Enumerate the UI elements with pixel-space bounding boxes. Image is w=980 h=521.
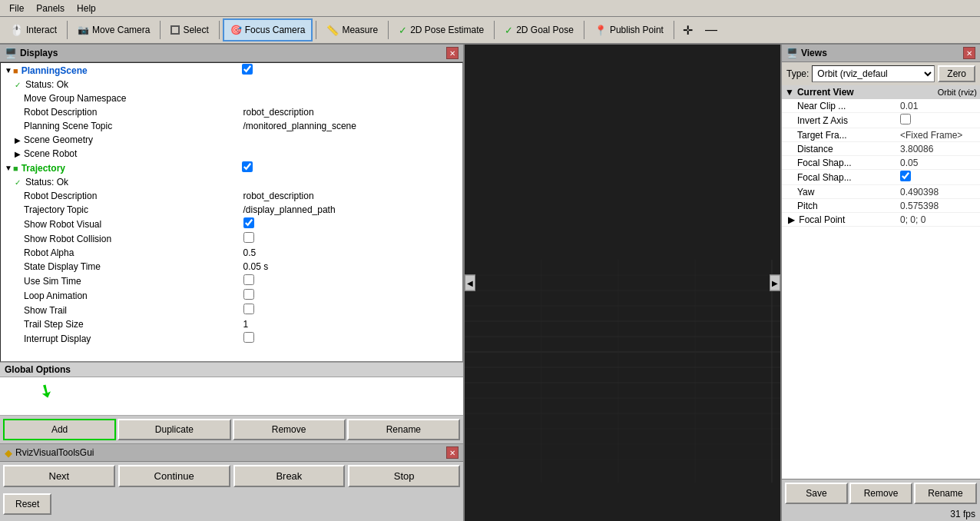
left-collapse-arrow[interactable]: ◀ bbox=[465, 275, 475, 291]
loop-animation-checkbox[interactable] bbox=[243, 289, 254, 300]
select-box-icon bbox=[171, 25, 180, 35]
views-remove-button[interactable]: Remove bbox=[849, 483, 912, 504]
fps-display: 31 fps bbox=[782, 507, 980, 521]
show-robot-visual-label: Show Robot Visual bbox=[22, 219, 243, 230]
next-button[interactable]: Next bbox=[3, 465, 115, 487]
interact-label: Interact bbox=[26, 25, 57, 35]
planning-scene-checkbox[interactable] bbox=[242, 64, 253, 75]
menu-help[interactable]: Help bbox=[71, 2, 102, 15]
interrupt-display-checkbox[interactable] bbox=[243, 332, 254, 343]
traj-topic-label: Trajectory Topic bbox=[22, 204, 243, 215]
views-rename-button[interactable]: Rename bbox=[914, 483, 977, 504]
scene-robot-row[interactable]: ▶ Scene Robot bbox=[1, 147, 462, 161]
rviz-tools-icon: ◆ bbox=[5, 447, 12, 459]
current-view-expand: ▼ bbox=[785, 87, 794, 98]
distance-label: Distance bbox=[785, 144, 900, 154]
focal-point-expand[interactable]: ▶ bbox=[788, 214, 795, 225]
views-properties: ▼ Current View Orbit (rviz) Near Clip ..… bbox=[782, 85, 980, 479]
goal-pose-button[interactable]: ✓ 2D Goal Pose bbox=[498, 18, 581, 41]
move-group-ns-label: Move Group Namespace bbox=[22, 93, 243, 104]
separator-3 bbox=[219, 21, 220, 39]
break-button[interactable]: Break bbox=[233, 465, 346, 487]
views-save-button[interactable]: Save bbox=[785, 483, 848, 504]
scene-robot-expand[interactable]: ▶ bbox=[13, 150, 22, 158]
focal-point-row[interactable]: ▶ Focal Point 0; 0; 0 bbox=[782, 213, 980, 227]
trajectory-expand[interactable]: ▼ bbox=[4, 164, 13, 172]
displays-panel-header: 🖥️ Displays ✕ bbox=[0, 45, 463, 62]
stop-button[interactable]: Stop bbox=[348, 465, 460, 487]
separator-4 bbox=[316, 21, 316, 39]
show-trail-row: Show Trail bbox=[1, 303, 462, 317]
camera-icon: 📷 bbox=[78, 25, 89, 35]
plus-button[interactable]: ✛ bbox=[677, 18, 698, 41]
ps-topic-value: /monitored_planning_scene bbox=[243, 121, 463, 131]
views-icon: 🖥️ bbox=[786, 48, 798, 58]
current-view-header[interactable]: ▼ Current View Orbit (rviz) bbox=[782, 85, 980, 99]
publish-point-button[interactable]: 📍 Publish Point bbox=[588, 18, 670, 41]
rename-button[interactable]: Rename bbox=[347, 419, 460, 440]
use-sim-time-checkbox[interactable] bbox=[243, 274, 254, 285]
robot-alpha-value: 0.5 bbox=[243, 247, 463, 258]
minus-button[interactable]: — bbox=[700, 18, 723, 41]
planning-scene-expand[interactable]: ▼ bbox=[4, 66, 13, 75]
continue-button[interactable]: Continue bbox=[118, 465, 230, 487]
right-collapse-arrow[interactable]: ▶ bbox=[770, 275, 780, 291]
displays-button-row: Add Duplicate Remove Rename bbox=[0, 416, 463, 443]
displays-tree[interactable]: ▼ ■ PlanningScene ✓ Status: Ok Move Grou… bbox=[0, 62, 463, 362]
pitch-row: Pitch 0.575398 bbox=[782, 199, 980, 213]
scene-geometry-row[interactable]: ▶ Scene Geometry bbox=[1, 133, 462, 147]
remove-button[interactable]: Remove bbox=[233, 419, 346, 440]
views-button-row: Save Remove Rename bbox=[782, 479, 980, 507]
scene-geometry-expand[interactable]: ▶ bbox=[13, 136, 22, 144]
loop-animation-label: Loop Animation bbox=[22, 290, 243, 301]
focal-shape1-label: Focal Shap... bbox=[785, 158, 900, 168]
views-close-button[interactable]: ✕ bbox=[963, 47, 975, 59]
show-robot-visual-checkbox[interactable] bbox=[243, 217, 254, 228]
pose-label: 2D Pose Estimate bbox=[410, 25, 484, 35]
trajectory-row[interactable]: ▼ ■ Trajectory bbox=[1, 161, 462, 175]
near-clip-row: Near Clip ... 0.01 bbox=[782, 99, 980, 113]
focus-camera-button[interactable]: 🎯 Focus Camera bbox=[223, 18, 313, 41]
focal-shape1-value: 0.05 bbox=[900, 158, 977, 168]
interact-button[interactable]: 🖱️ Interact bbox=[3, 18, 64, 41]
views-type-select[interactable]: Orbit (rviz_defaul bbox=[812, 65, 935, 82]
focal-shape2-row: Focal Shap... bbox=[782, 170, 980, 185]
focal-shape2-checkbox[interactable] bbox=[900, 171, 911, 181]
select-button[interactable]: Select bbox=[164, 18, 215, 41]
displays-close-button[interactable]: ✕ bbox=[446, 47, 459, 59]
show-trail-checkbox[interactable] bbox=[243, 304, 254, 314]
target-frame-row: Target Fra... <Fixed Frame> bbox=[782, 128, 980, 142]
rviz-tools-close-button[interactable]: ✕ bbox=[446, 446, 459, 459]
goal-label: 2D Goal Pose bbox=[516, 25, 574, 35]
measure-button[interactable]: 📏 Measure bbox=[319, 18, 385, 41]
reset-button[interactable]: Reset bbox=[3, 493, 51, 515]
distance-value: 3.80086 bbox=[900, 144, 977, 154]
add-button[interactable]: Add bbox=[3, 419, 116, 440]
menubar: File Panels Help bbox=[0, 0, 980, 17]
views-title-label: Views bbox=[801, 48, 827, 58]
use-sim-time-label: Use Sim Time bbox=[22, 276, 243, 287]
interrupt-display-label: Interrupt Display bbox=[22, 334, 243, 344]
separator-5 bbox=[388, 21, 389, 39]
ps-robot-desc-value: robot_description bbox=[243, 107, 463, 118]
show-robot-collision-checkbox[interactable] bbox=[243, 232, 254, 243]
planning-scene-topic-row: Planning Scene Topic /monitored_planning… bbox=[1, 119, 462, 133]
trajectory-checkbox[interactable] bbox=[242, 161, 253, 172]
svg-rect-0 bbox=[465, 45, 780, 521]
ruler-icon: 📏 bbox=[326, 25, 339, 36]
duplicate-button[interactable]: Duplicate bbox=[118, 419, 230, 440]
move-camera-button[interactable]: 📷 Move Camera bbox=[71, 18, 157, 41]
trail-step-size-value: 1 bbox=[243, 319, 463, 330]
menu-file[interactable]: File bbox=[3, 2, 30, 15]
invert-z-checkbox[interactable] bbox=[900, 114, 911, 124]
rviz-tools-header: ◆ RvizVisualToolsGui ✕ bbox=[0, 443, 463, 462]
displays-title: 🖥️ Displays bbox=[5, 48, 58, 59]
robot-alpha-label: Robot Alpha bbox=[22, 247, 243, 258]
pose-estimate-button[interactable]: ✓ 2D Pose Estimate bbox=[392, 18, 491, 41]
displays-monitor-icon: 🖥️ bbox=[5, 48, 17, 59]
menu-panels[interactable]: Panels bbox=[30, 2, 71, 15]
zero-button[interactable]: Zero bbox=[938, 65, 975, 82]
3d-viewport[interactable]: ◀ ▶ bbox=[465, 45, 780, 521]
planning-scene-row[interactable]: ▼ ■ PlanningScene bbox=[1, 63, 462, 78]
traj-status-icon: ✓ bbox=[13, 178, 22, 187]
